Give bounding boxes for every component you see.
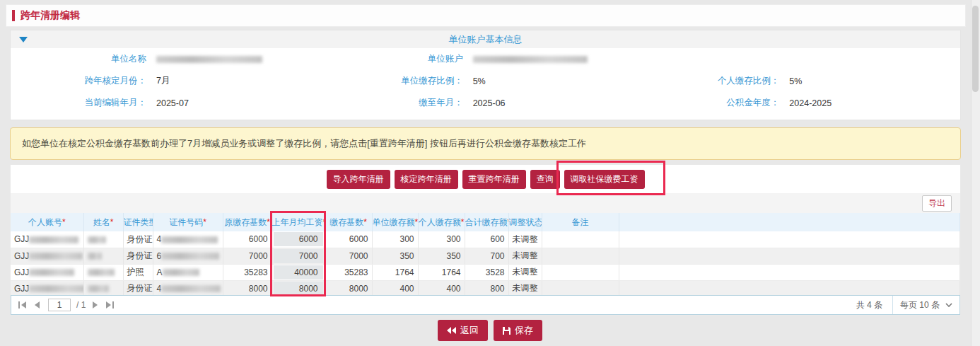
avg-wage-input[interactable]: 6000 (274, 232, 323, 246)
field-unit-account: 单位账户 (327, 53, 644, 65)
field-paid-to: 缴至年月： 2025-06 (327, 97, 644, 109)
total-count-label: 共 4 条 (856, 299, 882, 311)
save-button[interactable]: 保存 (494, 320, 542, 341)
col-header-unit-amount: 单位缴存额* (372, 213, 418, 231)
col-header-account: 个人账号* (11, 213, 83, 231)
table-header-row: 个人账号* 姓名* 证件类型* 证件号码* 原缴存基数* 上年月均工资* 缴存基… (11, 213, 960, 231)
fund-year-value: 2024-2025 (789, 98, 832, 108)
title-accent-bar (12, 10, 15, 21)
field-personal-ratio: 个人缴存比例： 5% (643, 75, 960, 87)
unit-account-redacted-value (473, 56, 588, 63)
page-header: 跨年清册编辑 (6, 4, 966, 27)
col-header-filler (619, 213, 960, 231)
action-toolbar: 导入跨年清册 核定跨年清册 重置跨年清册 查询 调取社保缴费工资 (11, 165, 960, 193)
status-cell: 未调整 (508, 231, 542, 248)
warning-notice: 如您单位在核定公积金缴存基数前办理了7月增减员业务或调整了缴存比例，请您点击[重… (10, 127, 961, 160)
col-header-remark: 备注 (542, 213, 619, 231)
paid-to-value: 2025-06 (473, 98, 506, 108)
first-page-icon[interactable] (18, 301, 26, 308)
status-cell: 未调整 (508, 280, 542, 296)
field-unit-name: 单位名称 (11, 53, 327, 65)
unit-name-redacted-value (156, 56, 262, 63)
roster-section: 导入跨年清册 核定跨年清册 重置跨年清册 查询 调取社保缴费工资 导出 个人账号… (10, 164, 961, 316)
unit-account-label: 单位账户 (327, 53, 463, 65)
page-size-label: 每页 10 条 (900, 299, 940, 311)
unit-ratio-value: 5% (473, 76, 486, 86)
col-header-total-amount: 合计缴存额* (465, 213, 508, 231)
field-edit-month: 当前编辑年月： 2025-07 (11, 97, 327, 109)
table-row: GJJ 身份证 6 7000 7000 7000 350 350 700 未调整 (11, 248, 960, 264)
col-header-base: 缴存基数* (325, 213, 372, 231)
edit-month-value: 2025-07 (156, 98, 189, 108)
status-cell: 未调整 (508, 248, 542, 264)
vertical-scrollbar[interactable] (971, 0, 980, 346)
edit-month-label: 当前编辑年月： (11, 97, 146, 109)
fund-year-label: 公积金年度： (643, 97, 779, 109)
page-size-select[interactable]: 每页 10 条 (892, 296, 959, 314)
fetch-social-security-wage-button[interactable]: 调取社保缴费工资 (564, 170, 645, 189)
personal-ratio-value: 5% (789, 76, 802, 86)
unit-ratio-label: 单位缴存比例： (327, 75, 463, 87)
account-info-title: 单位账户基本信息 (449, 33, 523, 46)
account-info-panel: 单位账户基本信息 单位名称 单位账户 跨年核定月份： 7月 单位缴存比例： 5%… (10, 30, 961, 120)
table-row: GJJ 身份证 4 6000 6000 6000 300 300 600 未调整 (11, 231, 960, 248)
import-roster-button[interactable]: 导入跨年清册 (327, 170, 390, 189)
pagination-bar: / 1 共 4 条 每页 10 条 (11, 295, 960, 315)
reset-roster-button[interactable]: 重置跨年清册 (462, 170, 526, 189)
export-row: 导出 (11, 193, 960, 213)
personal-ratio-label: 个人缴存比例： (643, 75, 779, 87)
prev-page-icon[interactable] (33, 301, 40, 308)
avg-wage-input[interactable]: 7000 (274, 249, 323, 263)
col-header-id-number: 证件号码* (153, 213, 223, 231)
audit-roster-button[interactable]: 核定跨年清册 (395, 170, 458, 189)
page-total-label: / 1 (76, 300, 86, 310)
avg-wage-input[interactable]: 8000 (274, 282, 323, 296)
page-number-input[interactable] (48, 299, 71, 311)
query-button[interactable]: 查询 (530, 170, 560, 189)
next-page-icon[interactable] (93, 301, 99, 308)
status-cell: 未调整 (508, 264, 542, 280)
field-unit-ratio: 单位缴存比例： 5% (327, 75, 644, 87)
table-row: GJJ 护照 A 35283 40000 35283 1764 1764 352… (11, 264, 960, 280)
warning-notice-text: 如您单位在核定公积金缴存基数前办理了7月增减员业务或调整了缴存比例，请您点击[重… (22, 137, 586, 150)
audit-month-label: 跨年核定月份： (11, 75, 146, 87)
avg-wage-input[interactable]: 40000 (274, 265, 323, 279)
back-button[interactable]: 返回 (438, 320, 488, 341)
audit-month-value: 7月 (156, 75, 170, 87)
paid-to-label: 缴至年月： (327, 97, 463, 109)
unit-name-label: 单位名称 (11, 53, 146, 65)
col-header-name: 姓名* (83, 213, 123, 231)
footer-actions: 返回 保存 (0, 320, 980, 341)
field-audit-month: 跨年核定月份： 7月 (11, 75, 327, 87)
export-button[interactable]: 导出 (922, 195, 952, 212)
table-row: GJJ 身份证 4 8000 8000 8000 400 400 800 未调整 (11, 280, 960, 296)
field-fund-year: 公积金年度： 2024-2025 (643, 97, 960, 109)
col-header-old-base: 原缴存基数* (223, 213, 272, 231)
page-title: 跨年清册编辑 (21, 9, 80, 22)
collapse-arrow-icon[interactable] (19, 37, 28, 42)
col-header-id-type: 证件类型* (123, 213, 153, 231)
account-info-panel-header: 单位账户基本信息 (11, 30, 960, 48)
double-left-arrow-icon (447, 327, 456, 334)
col-header-personal-amount: 个人缴存额* (418, 213, 465, 231)
scrollbar-thumb[interactable] (972, 6, 979, 92)
col-header-avg-wage: 上年月均工资* (272, 213, 325, 231)
roster-table: 个人账号* 姓名* 证件类型* 证件号码* 原缴存基数* 上年月均工资* 缴存基… (11, 213, 960, 297)
chevron-down-icon (945, 303, 952, 307)
last-page-icon[interactable] (106, 301, 114, 308)
save-disk-icon (503, 327, 511, 335)
col-header-status: 调整状态* (508, 213, 542, 231)
